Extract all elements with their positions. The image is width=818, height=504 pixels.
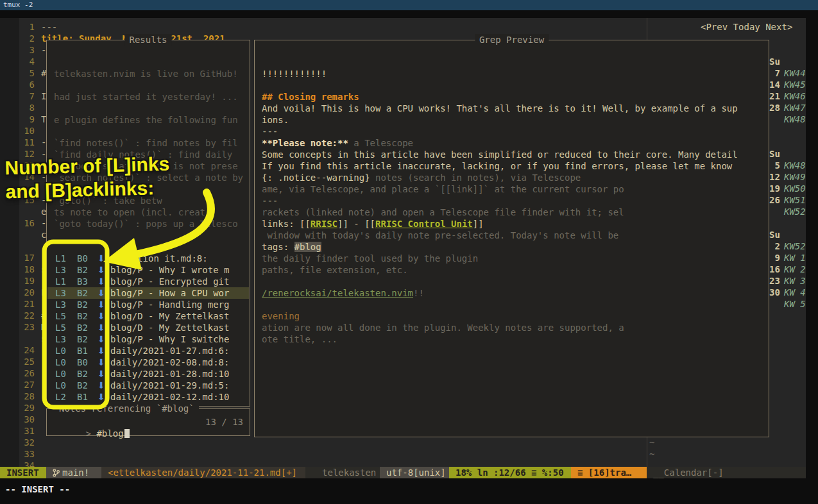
statusline-center: telekasten xyxy=(305,467,380,478)
result-item[interactable]: L3B2⬇blog/P - Why I wrote m xyxy=(47,264,249,276)
preview-text-segment: rackets (linked note) and open a Telesco… xyxy=(262,207,624,217)
text-cursor xyxy=(124,429,130,438)
calendar-sunday-cell[interactable]: 16 xyxy=(769,264,780,275)
result-item[interactable]: L3B2⬇blog/P - Why I switche xyxy=(47,333,249,345)
link-count: L1 xyxy=(55,276,66,287)
result-item[interactable]: L3B2⬇blog/P - Handling merg xyxy=(47,299,249,310)
link-count: L0 xyxy=(55,345,66,357)
result-item[interactable]: L3B2⬇blog/P - How a CPU wor xyxy=(47,287,249,299)
line-number: 15 xyxy=(18,194,35,206)
calendar-sunday-cell[interactable]: 21 xyxy=(769,90,780,102)
line-number: 29 xyxy=(18,402,35,414)
result-item[interactable]: L0B2⬇daily/2021-01-29.md:5: xyxy=(47,380,249,391)
backlink-count: B2 xyxy=(77,368,88,380)
result-item[interactable]: L5B2⬇blog/D - My Zettelkast xyxy=(47,310,249,322)
preview-text-segment: !! xyxy=(413,288,424,298)
calendar-week-number: KW 2 xyxy=(784,264,806,275)
calendar-nav: <Prev Today Next> xyxy=(701,21,792,33)
calendar-sunday-cell[interactable]: 9 xyxy=(769,252,780,264)
down-arrow-icon: ⬇ xyxy=(98,299,105,310)
preview-text-segment: ## Closing remarks xyxy=(262,92,359,102)
preview-line: rackets (linked note) and open a Telesco… xyxy=(262,206,765,218)
calendar-sunday-cell[interactable]: 28 xyxy=(769,102,780,113)
calendar-week-number: KW44 xyxy=(784,67,806,79)
calendar-sunday-cell[interactable]: Su xyxy=(769,148,780,160)
calendar-sunday-cell[interactable]: 26 xyxy=(769,194,780,206)
result-counter: 13 / 13 xyxy=(205,416,243,428)
calendar-sunday-cell[interactable]: 14 xyxy=(769,79,780,90)
line-number: 21 xyxy=(18,298,35,310)
progress-indicator: 18% ln :12/66 ≡ %:50 xyxy=(449,467,571,478)
calendar-week-number: KW47 xyxy=(784,102,806,113)
results-ghost-text: `find notes()` : find notes by fil xyxy=(54,137,238,149)
results-ghost-text: `goto()` : take betw xyxy=(54,195,162,206)
calendar-sunday-cell[interactable]: 12 xyxy=(769,171,780,183)
result-item-label: daily/2021-01-28.md:10 xyxy=(110,368,229,380)
result-item[interactable]: L0B2⬇daily/2021-01-28.md:10 xyxy=(47,368,249,380)
result-item[interactable]: L0B0⬇daily/2021-02-08.md:8: xyxy=(47,357,249,368)
calendar-sunday-cell[interactable]: 7 xyxy=(769,67,780,79)
line-number: 20 xyxy=(18,287,35,298)
calendar-sunday-cell[interactable]: 30 xyxy=(769,287,780,298)
preview-text-segment: Some concepts in this article have been … xyxy=(262,149,738,160)
result-item[interactable]: L0B1⬇daily/2021-01-27.md:6: xyxy=(47,345,249,357)
calendar-today-button[interactable]: Today xyxy=(733,22,760,32)
calendar-week-number: KW 1 xyxy=(784,252,806,264)
screen: tmux -2 1---2title: Sunday, November 21s… xyxy=(0,0,818,504)
calendar-sunday-cell[interactable]: Su xyxy=(769,56,780,67)
line-number: 3 xyxy=(18,44,35,56)
backlink-count: B2 xyxy=(77,322,88,333)
result-item-label: daily/2021-01-29.md:5: xyxy=(110,380,229,391)
calendar-prev-button[interactable]: <Prev xyxy=(701,22,728,32)
calendar-week-number: KW 3 xyxy=(784,275,806,287)
preview-line: window with today's daily note pre-selec… xyxy=(262,230,765,241)
preview-line: ame, via Telescope, and place a `[[link]… xyxy=(262,183,765,195)
preview-line: ions. xyxy=(262,114,765,126)
git-branch-icon xyxy=(53,468,60,478)
statusline: INSERT main! <ettelkasten/daily/2021-11-… xyxy=(0,467,806,478)
results-ghost-text: `find daily notes()` : find daily xyxy=(54,149,232,160)
line-number: 4 xyxy=(18,56,35,67)
results-ghost-text: `goto today()` : pops up a Telesco xyxy=(54,218,238,230)
link-count: L3 xyxy=(55,299,66,310)
result-item[interactable]: L5B2⬇blog/D - My Zettelkast xyxy=(47,322,249,333)
calendar-sunday-cell[interactable]: 19 xyxy=(769,183,780,194)
line-number: 30 xyxy=(18,414,35,425)
calendar-sunday-cell[interactable]: 5 xyxy=(769,160,780,171)
calendar-sunday-cell[interactable]: 2 xyxy=(769,240,780,252)
down-arrow-icon: ⬇ xyxy=(98,333,105,345)
line-number: 19 xyxy=(18,275,35,287)
calendar-next-button[interactable]: Next> xyxy=(765,22,792,32)
result-item-label: daily/2021-02-08.md:8: xyxy=(110,357,229,368)
preview-text-segment: tags: xyxy=(262,242,294,252)
empty-line-tilde: ~ xyxy=(649,437,654,448)
calendar-week-number: KW51 xyxy=(784,194,806,206)
result-item-label: daily/2021-02-12.md:10 xyxy=(110,391,229,403)
link-count: L2 xyxy=(55,391,66,403)
line-number: 31 xyxy=(18,425,35,437)
backlink-count: B2 xyxy=(77,287,88,299)
result-item[interactable]: L1B3⬇blog/P - Encrypted git xyxy=(47,276,249,287)
results-list: telekasten.nvim is live on GitHub!had ju… xyxy=(47,41,249,405)
line-number: 25 xyxy=(18,356,35,367)
result-item-label: blog/D - My Zettelkast xyxy=(110,310,229,322)
git-branch-segment: main! xyxy=(46,467,101,478)
backlink-count: B2 xyxy=(77,380,88,391)
results-ghost-text: telekasten.nvim is live on GitHub! xyxy=(54,68,238,80)
preview-text-segment: **Please note:** xyxy=(262,138,348,148)
result-item[interactable]: L2B1⬇daily/2021-02-12.md:10 xyxy=(47,391,249,403)
calendar-sunday-cell[interactable]: Su xyxy=(769,229,780,240)
result-item-label: blog/P - Encrypted git xyxy=(110,276,229,287)
link-count: L3 xyxy=(55,264,66,276)
calendar-sunday-cell[interactable]: 23 xyxy=(769,275,780,287)
preview-line: {: .notice--warning} notes (search in no… xyxy=(262,172,765,183)
preview-line: ## Closing remarks xyxy=(262,91,765,103)
line-number: 9 xyxy=(18,113,35,125)
result-item[interactable]: L1B0⬇i mention it.md:8: xyxy=(47,253,249,264)
preview-text-segment: evening xyxy=(262,311,300,321)
calendar-week-number: KW46 xyxy=(784,90,806,102)
results-ghost-text: e plugin defines the following fun xyxy=(54,114,238,126)
calendar-week-number: KW 4 xyxy=(784,287,806,298)
search-input[interactable]: > #blog xyxy=(53,416,130,451)
down-arrow-icon: ⬇ xyxy=(98,380,105,391)
